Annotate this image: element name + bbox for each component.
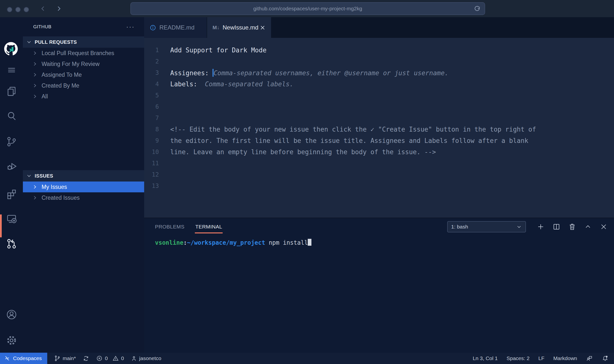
tree-item-waiting-for-my-review[interactable]: Waiting For My Review <box>23 59 144 69</box>
explorer-icon[interactable] <box>6 86 17 97</box>
tree-item-created-by-me[interactable]: Created By Me <box>23 80 144 91</box>
git-branch-icon <box>54 355 61 362</box>
code-line-13[interactable]: 13 <box>144 180 614 192</box>
traffic-light[interactable] <box>7 7 12 12</box>
close-icon[interactable] <box>260 25 266 31</box>
chevron-right-icon <box>32 50 38 56</box>
tree-item-label: My Issues <box>42 184 67 190</box>
codespaces-remote-badge[interactable]: Codespaces <box>0 353 47 364</box>
chevron-right-icon <box>32 83 38 88</box>
chevron-right-icon <box>32 184 38 190</box>
source-control-icon[interactable] <box>6 136 17 147</box>
line-number: 2 <box>144 58 159 65</box>
code-line-11[interactable]: 11 <box>144 158 614 169</box>
code-segment-text: Labels: <box>170 80 205 88</box>
run-debug-icon[interactable] <box>6 161 17 172</box>
tree-item-assigned-to-me[interactable]: Assigned To Me <box>23 69 144 80</box>
bottom-panel: PROBLEMS TERMINAL 1: bash <box>144 218 614 353</box>
tree-item-local-pull-request-branches[interactable]: Local Pull Request Branches <box>23 48 144 59</box>
cursor-position[interactable]: Ln 3, Col 1 <box>473 355 498 361</box>
code-line-9[interactable]: 9the editor. The first line will be the … <box>144 135 614 146</box>
browser-back-icon[interactable] <box>39 5 47 12</box>
notifications-bell-icon[interactable] <box>602 355 609 362</box>
line-number: 5 <box>144 92 159 99</box>
kill-terminal-trash-icon[interactable] <box>568 223 576 231</box>
terminal-shell-select[interactable]: 1: bash <box>447 221 526 232</box>
code-line-5[interactable]: 5 <box>144 90 614 101</box>
terminal-separator: : <box>184 239 187 246</box>
search-icon[interactable] <box>6 110 17 121</box>
code-line-12[interactable]: 12 <box>144 169 614 180</box>
tree-item-label: Created Issues <box>42 195 80 201</box>
code-line-3[interactable]: 3Assignees: Comma-separated usernames, e… <box>144 67 614 78</box>
chevron-right-icon <box>32 94 38 99</box>
user-status[interactable]: jasonetco <box>131 355 161 362</box>
line-number: 7 <box>144 115 159 121</box>
panel-controls: 1: bash <box>447 221 614 232</box>
close-panel-icon[interactable] <box>600 223 608 231</box>
section-header-issues[interactable]: ISSUES <box>23 170 144 182</box>
code-line-10[interactable]: 10line. Leave an empty line before begin… <box>144 146 614 158</box>
tab-newissue[interactable]: M↓ NewIssue.md <box>207 17 272 38</box>
shell-select-value: 1: bash <box>451 224 468 230</box>
chevron-down-icon <box>516 224 522 230</box>
code-line-1[interactable]: 1Add Support for Dark Mode <box>144 45 614 56</box>
chevron-right-icon <box>32 61 38 67</box>
address-bar[interactable]: github.com/codespaces/user-my-project-mg… <box>130 2 485 15</box>
sync-icon <box>83 355 89 362</box>
info-icon <box>150 24 156 31</box>
eol-sequence[interactable]: LF <box>538 355 545 361</box>
maximize-panel-icon[interactable] <box>584 223 592 231</box>
feedback-icon[interactable] <box>586 355 593 362</box>
tree-item-my-issues[interactable]: My Issues <box>23 182 144 192</box>
active-view-indicator <box>0 214 2 237</box>
indentation[interactable]: Spaces: 2 <box>507 355 529 361</box>
problems-status[interactable]: 0 0 <box>96 355 124 362</box>
code-line-8[interactable]: 8<!-- Edit the body of your new issue th… <box>144 124 614 135</box>
editor-tab-bar: README.md M↓ NewIssue.md <box>144 17 614 38</box>
line-content: <!-- Edit the body of your new issue the… <box>170 126 536 133</box>
split-terminal-icon[interactable] <box>553 223 560 231</box>
github-pull-request-icon[interactable] <box>6 238 17 249</box>
tab-problems[interactable]: PROBLEMS <box>155 218 184 235</box>
line-content: Add Support for Dark Mode <box>170 46 266 54</box>
code-line-6[interactable]: 6 <box>144 101 614 112</box>
editor[interactable]: 1Add Support for Dark Mode23Assignees: C… <box>144 38 614 218</box>
section-label: PULL REQUESTS <box>35 39 77 45</box>
tab-label: README.md <box>159 24 195 31</box>
language-mode[interactable]: Markdown <box>553 355 577 361</box>
reload-icon[interactable] <box>473 5 481 13</box>
url-text: github.com/codespaces/user-my-project-mg… <box>253 6 362 12</box>
account-icon[interactable] <box>6 309 17 320</box>
code-line-4[interactable]: 4Labels: Comma-separated labels. <box>144 78 614 90</box>
tab-label: NewIssue.md <box>223 24 258 31</box>
browser-forward-icon[interactable] <box>55 5 62 12</box>
extensions-icon[interactable] <box>6 188 17 200</box>
section-header-pull-requests[interactable]: PULL REQUESTS <box>23 36 144 48</box>
line-content: line. Leave an empty line before beginni… <box>170 148 436 156</box>
error-count: 0 <box>105 355 108 361</box>
more-actions-icon[interactable]: ··· <box>126 26 135 28</box>
remote-explorer-icon[interactable] <box>6 213 17 224</box>
new-terminal-icon[interactable] <box>537 223 545 231</box>
traffic-light[interactable] <box>24 7 29 12</box>
menu-icon[interactable] <box>6 65 17 76</box>
terminal-output[interactable]: vsonline:~/workspace/my_project npm inst… <box>144 235 614 246</box>
tree-item-all[interactable]: All <box>23 91 144 102</box>
code-line-7[interactable]: 7 <box>144 112 614 124</box>
remote-indicator-icon <box>4 355 10 362</box>
tree-item-created-issues[interactable]: Created Issues <box>23 192 144 203</box>
line-content: the editor. The first line will be the i… <box>170 137 528 144</box>
traffic-lights[interactable] <box>7 7 29 12</box>
sync-status[interactable] <box>83 355 89 362</box>
branch-status[interactable]: main* <box>54 355 76 362</box>
tab-terminal[interactable]: TERMINAL <box>195 218 222 235</box>
status-bar: Codespaces main* 0 0 jasonetco Ln 3, Col… <box>0 353 614 364</box>
chevron-right-icon <box>32 72 38 77</box>
warning-icon <box>112 355 119 362</box>
traffic-light[interactable] <box>15 7 21 12</box>
code-line-2[interactable]: 2 <box>144 56 614 67</box>
terminal-path: ~/workspace/my_project <box>187 239 265 246</box>
tab-readme[interactable]: README.md <box>144 17 207 38</box>
settings-gear-icon[interactable] <box>6 335 17 346</box>
